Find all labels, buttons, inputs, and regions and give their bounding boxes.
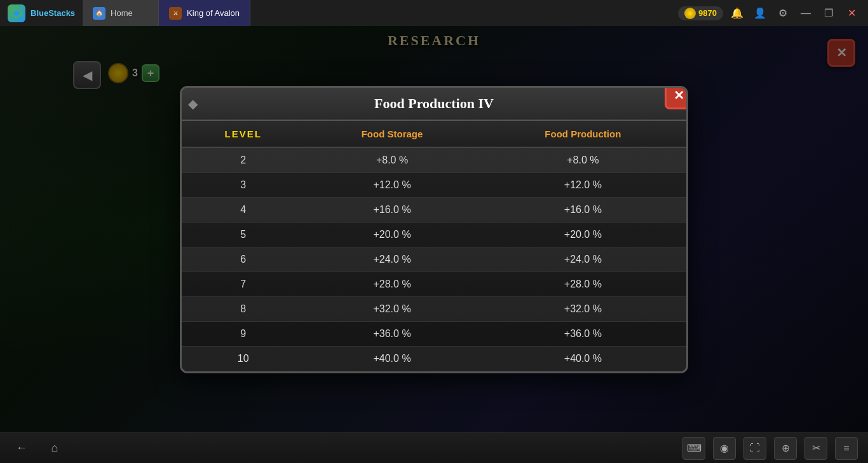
- cell-food-production: +16.0 %: [480, 197, 686, 222]
- titlebar-right: ● 9870 🔔 👤 ⚙ — ❐ ✕: [670, 4, 868, 22]
- cell-food-storage: +16.0 %: [304, 197, 479, 222]
- coin-count: 9870: [698, 8, 717, 18]
- tab-game[interactable]: ⚔ King of Avalon: [159, 0, 250, 26]
- cell-level: 2: [182, 148, 304, 173]
- cell-level: 10: [182, 346, 304, 371]
- table-row: 6+24.0 %+24.0 %: [182, 247, 686, 272]
- coins-badge: ● 9870: [678, 6, 723, 20]
- cell-level: 8: [182, 296, 304, 321]
- cell-food-storage: +28.0 %: [304, 272, 479, 296]
- cell-level: 6: [182, 247, 304, 272]
- cell-level: 3: [182, 172, 304, 197]
- col-header-food-production: Food Production: [480, 121, 686, 148]
- taskbar-location-button[interactable]: ⊕: [774, 437, 797, 460]
- modal-close-button[interactable]: ✕: [665, 86, 688, 109]
- table-row: 7+28.0 %+28.0 %: [182, 272, 686, 296]
- cell-food-production: +24.0 %: [480, 247, 686, 272]
- table-header-row: LEVEL Food Storage Food Production: [182, 121, 686, 148]
- taskbar-right: ⌨ ◉ ⛶ ⊕ ✂ ≡: [682, 437, 858, 460]
- app-logo-area: BlueStacks: [0, 4, 83, 22]
- cell-food-production: +32.0 %: [480, 296, 686, 321]
- cell-food-storage: +36.0 %: [304, 321, 479, 346]
- table-row: 3+12.0 %+12.0 %: [182, 172, 686, 197]
- cell-level: 4: [182, 197, 304, 222]
- titlebar: BlueStacks 🏠 Home ⚔ King of Avalon ● 987…: [0, 0, 868, 26]
- cell-level: 7: [182, 272, 304, 296]
- settings-icon[interactable]: ⚙: [774, 4, 792, 22]
- title-deco-left: ◆: [188, 96, 198, 111]
- research-table: LEVEL Food Storage Food Production 2+8.0…: [182, 121, 686, 371]
- cell-food-storage: +12.0 %: [304, 172, 479, 197]
- modal-title-bar: ◆ Food Production IV ◆: [182, 88, 686, 121]
- tab-bar: 🏠 Home ⚔ King of Avalon: [83, 0, 670, 26]
- cell-food-storage: +8.0 %: [304, 148, 479, 173]
- cell-level: 9: [182, 321, 304, 346]
- cell-food-production: +20.0 %: [480, 222, 686, 247]
- minimize-button[interactable]: —: [797, 4, 815, 22]
- col-header-food-storage: Food Storage: [304, 121, 479, 148]
- modal-title: Food Production IV: [374, 95, 494, 111]
- cell-food-production: +12.0 %: [480, 172, 686, 197]
- cell-food-production: +28.0 %: [480, 272, 686, 296]
- taskbar-home-button[interactable]: ⌂: [43, 437, 66, 460]
- notification-icon[interactable]: 🔔: [728, 4, 746, 22]
- modal-overlay: ✕ ◆ Food Production IV ◆ LEVEL Food Stor…: [0, 26, 868, 432]
- table-row: 2+8.0 %+8.0 %: [182, 148, 686, 173]
- cell-food-storage: +32.0 %: [304, 296, 479, 321]
- cell-level: 5: [182, 222, 304, 247]
- taskbar: ← ⌂ ⌨ ◉ ⛶ ⊕ ✂ ≡: [0, 432, 868, 463]
- cell-food-storage: +20.0 %: [304, 222, 479, 247]
- taskbar-back-button[interactable]: ←: [10, 437, 33, 460]
- game-area: RESEARCH ◀ 3 + ✕ ✕ ◆ Food Production IV …: [0, 26, 868, 432]
- table-row: 4+16.0 %+16.0 %: [182, 197, 686, 222]
- cell-food-storage: +24.0 %: [304, 247, 479, 272]
- taskbar-expand-button[interactable]: ⛶: [743, 437, 766, 460]
- app-name: BlueStacks: [31, 8, 75, 18]
- home-tab-label: Home: [111, 8, 133, 18]
- table-row: 9+36.0 %+36.0 %: [182, 321, 686, 346]
- taskbar-scissors-button[interactable]: ✂: [804, 437, 827, 460]
- restore-button[interactable]: ❐: [820, 4, 837, 22]
- cell-food-production: +40.0 %: [480, 346, 686, 371]
- table-row: 5+20.0 %+20.0 %: [182, 222, 686, 247]
- table-row: 8+32.0 %+32.0 %: [182, 296, 686, 321]
- cell-food-production: +36.0 %: [480, 321, 686, 346]
- close-button[interactable]: ✕: [843, 4, 860, 22]
- taskbar-menu-button[interactable]: ≡: [835, 437, 858, 460]
- cell-food-production: +8.0 %: [480, 148, 686, 173]
- taskbar-eye-button[interactable]: ◉: [713, 437, 736, 460]
- bluestacks-logo: [8, 4, 25, 22]
- game-tab-icon: ⚔: [169, 7, 182, 20]
- coin-icon: ●: [684, 8, 696, 19]
- table-body: 2+8.0 %+8.0 %3+12.0 %+12.0 %4+16.0 %+16.…: [182, 148, 686, 371]
- tab-home[interactable]: 🏠 Home: [83, 0, 159, 26]
- table-row: 10+40.0 %+40.0 %: [182, 346, 686, 371]
- taskbar-keyboard-button[interactable]: ⌨: [682, 437, 705, 460]
- cell-food-storage: +40.0 %: [304, 346, 479, 371]
- col-header-level: LEVEL: [182, 121, 304, 148]
- modal-dialog: ✕ ◆ Food Production IV ◆ LEVEL Food Stor…: [180, 86, 688, 373]
- game-tab-label: King of Avalon: [187, 8, 240, 18]
- home-tab-icon: 🏠: [93, 7, 105, 20]
- profile-icon[interactable]: 👤: [751, 4, 769, 22]
